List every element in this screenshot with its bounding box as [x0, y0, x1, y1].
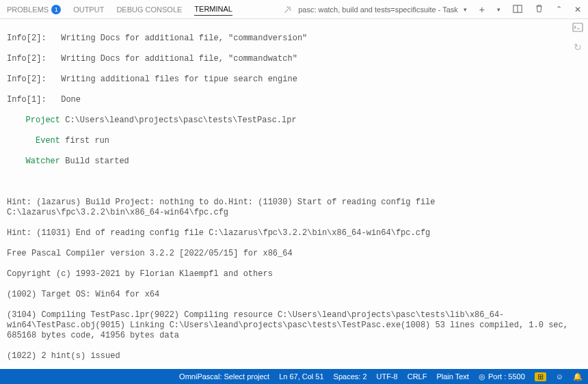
status-indent[interactable]: Spaces: 2 [334, 372, 367, 381]
chevron-down-icon: ▾ [464, 6, 467, 13]
hint-line: Hint: (lazarus) Build Project: nothing t… [7, 197, 581, 218]
watcher-text: Build started [65, 156, 129, 166]
status-port-label: Port : 5500 [488, 372, 525, 381]
label-event: Event [7, 136, 60, 146]
tools-icon [283, 5, 293, 14]
log-text: Writing Docs for additional file, "comma… [61, 54, 297, 64]
feedback-icon[interactable]: ☺ [556, 372, 563, 381]
close-panel-icon[interactable]: ✕ [574, 5, 581, 14]
compiler-line: (1022) 2 hint(s) issued [7, 351, 581, 361]
status-badge-icon[interactable]: ⊞ [535, 372, 546, 381]
task-picker[interactable]: pasc: watch, build and tests=specificsui… [283, 5, 467, 14]
compiler-line: (1002) Target OS: Win64 for x64 [7, 290, 581, 300]
problems-count-badge: 1 [51, 5, 61, 14]
status-omnipascal[interactable]: OmniPascal: Select project [179, 372, 269, 381]
compiler-line: Free Pascal Compiler version 3.2.2 [2022… [7, 249, 581, 259]
log-tag: Info[2]: [7, 33, 46, 43]
status-port[interactable]: ◎ Port : 5500 [479, 372, 525, 381]
panel-tabs: PROBLEMS 1 OUTPUT DEBUG CONSOLE TERMINAL… [0, 0, 588, 19]
hint-line: Hint: (11031) End of reading config file… [7, 228, 581, 238]
terminal-output[interactable]: Info[2]: Writing Docs for additional fil… [0, 19, 588, 369]
chevron-down-icon[interactable]: ▾ [497, 6, 500, 13]
compiler-line: (3104) Compiling TestPasc.lpr(9022) Comp… [7, 310, 581, 341]
status-encoding[interactable]: UTF-8 [377, 372, 398, 381]
tab-output[interactable]: OUTPUT [73, 5, 104, 14]
log-text: Writing Docs for additional file, "comma… [61, 33, 307, 43]
status-eol[interactable]: CRLF [407, 372, 427, 381]
label-project: Project [7, 115, 60, 126]
tab-debug-console[interactable]: DEBUG CONSOLE [116, 5, 182, 14]
label-watcher: Watcher [7, 156, 60, 167]
split-terminal-icon[interactable] [513, 4, 522, 15]
tab-terminal[interactable]: TERMINAL [194, 5, 232, 16]
tab-problems[interactable]: PROBLEMS 1 [7, 5, 61, 14]
log-tag: Info[2]: [7, 74, 46, 84]
compiler-line: Copyright (c) 1993-2021 by Florian Klaem… [7, 269, 581, 279]
status-language[interactable]: Plain Text [436, 372, 469, 381]
status-bar: OmniPascal: Select project Ln 67, Col 51… [0, 369, 588, 384]
project-path: C:\Users\leand\projects\pasc\tests\TestP… [65, 115, 296, 125]
log-tag: Info[2]: [7, 54, 46, 64]
trash-icon[interactable] [535, 4, 544, 14]
maximize-panel-icon[interactable]: ⌃ [556, 5, 562, 14]
broadcast-icon: ◎ [479, 372, 485, 381]
tab-problems-label: PROBLEMS [7, 5, 49, 14]
new-terminal-icon[interactable]: + [479, 4, 485, 15]
event-text: first run [65, 136, 109, 146]
task-label: pasc: watch, build and tests=specificsui… [298, 5, 458, 14]
bell-icon[interactable]: 🔔 [573, 372, 583, 381]
status-cursor-position[interactable]: Ln 67, Col 51 [279, 372, 323, 381]
log-text: Done [61, 95, 81, 105]
log-tag: Info[1]: [7, 95, 46, 105]
log-text: Writing additional files for tipue searc… [61, 74, 297, 84]
